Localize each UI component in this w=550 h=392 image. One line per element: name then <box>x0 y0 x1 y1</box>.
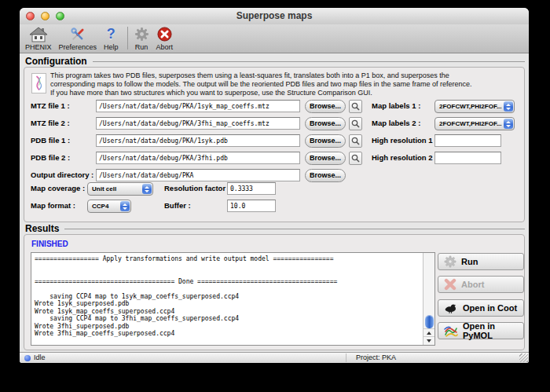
pdb-file-1-browse-button[interactable]: Browse... <box>305 134 346 148</box>
output-directory-label: Output directory : <box>31 169 94 181</box>
abort-button[interactable]: Abort <box>438 276 524 293</box>
magnifier-icon <box>351 137 360 145</box>
toolbar-help-button[interactable]: ? Help <box>104 26 119 51</box>
toolbar-abort-button[interactable]: Abort <box>156 26 174 51</box>
configuration-divider <box>93 61 525 62</box>
map-labels-2-select[interactable]: 2FOFCWT,PHI2FOF... <box>434 117 515 130</box>
help-question-icon: ? <box>107 26 116 42</box>
mtz-file-2-row: MTZ file 2 : Browse... Map labels 2 : 2F… <box>24 117 524 131</box>
map-labels-1-label: Map labels 1 : <box>372 100 420 112</box>
pdb-file-2-browse-button[interactable]: Browse... <box>305 152 346 165</box>
phenix-ribbon-icon <box>31 73 46 93</box>
console-scrollbar[interactable] <box>423 253 434 345</box>
mtz-file-2-label: MTZ file 2 : <box>31 117 70 130</box>
map-labels-1-select[interactable]: 2FOFCWT,PHI2FOF... <box>434 100 515 113</box>
pdb-file-2-input[interactable] <box>96 152 300 164</box>
statusbar-divider <box>346 354 346 362</box>
results-title: Results <box>25 223 59 234</box>
toolbar-run-label: Run <box>135 43 148 51</box>
pdb-file-1-row: PDB file 1 : Browse... High resolution 1… <box>24 134 524 148</box>
toolbar-preferences-button[interactable]: Preferences <box>59 26 97 51</box>
toolbar-run-button[interactable]: Run <box>134 26 149 51</box>
map-coverage-select[interactable]: Unit cell <box>87 182 153 196</box>
open-in-coot-button[interactable]: Open in Coot <box>438 299 524 317</box>
coot-bird-icon <box>444 303 458 313</box>
description-line-1: This program takes two PDB files, superp… <box>50 71 449 79</box>
high-resolution-2-input[interactable] <box>434 152 501 164</box>
mtz-file-1-browse-button[interactable]: Browse... <box>305 100 346 113</box>
configuration-heading: Configuration <box>25 56 525 67</box>
mtz-file-2-browse-button[interactable]: Browse... <box>305 117 346 130</box>
status-state: Idle <box>34 354 46 361</box>
window-title: Superpose maps <box>20 8 529 24</box>
run-button[interactable]: Run <box>438 253 524 270</box>
description-line-2: corresponding maps to follow the models.… <box>50 80 472 88</box>
scrollbar-thumb[interactable] <box>425 315 434 328</box>
scroll-down-button[interactable] <box>424 336 434 345</box>
pdb-file-1-inspect-button[interactable] <box>349 134 362 148</box>
status-indicator-icon <box>24 355 31 361</box>
main-content: Configuration This program takes two PDB… <box>20 53 529 352</box>
pdb-file-2-label: PDB file 2 : <box>31 152 70 164</box>
abort-button-label: Abort <box>461 280 484 289</box>
toolbar-preferences-label: Preferences <box>59 43 97 51</box>
phenix-home-icon <box>29 26 48 42</box>
map-format-row: Map format : CCP4 Buffer : <box>24 200 524 214</box>
desktop: { "window": { "title": "Superpose maps" … <box>0 0 550 392</box>
map-labels-2-value: 2FOFCWT,PHI2FOF... <box>439 120 502 127</box>
magnifier-icon <box>351 154 360 163</box>
open-in-pymol-label: Open in PyMOL <box>463 321 523 340</box>
toolbar-separator <box>127 27 128 49</box>
mtz-file-2-inspect-button[interactable] <box>349 117 362 130</box>
results-panel: FINISHED ================= Apply transfo… <box>24 234 525 350</box>
titlebar[interactable]: Superpose maps <box>20 8 529 25</box>
toolbar-abort-label: Abort <box>156 43 174 51</box>
run-button-label: Run <box>461 257 478 266</box>
toolbar-phenix-label: PHENIX <box>25 43 52 51</box>
mtz-file-1-input[interactable] <box>96 100 300 112</box>
run-gear-icon <box>134 26 149 42</box>
open-in-pymol-button[interactable]: Open in PyMOL <box>438 322 524 339</box>
run-gear-icon <box>444 255 456 268</box>
configuration-panel: This program takes two PDB files, superp… <box>24 67 525 222</box>
statusbar: Idle Project: PKA <box>20 352 529 363</box>
open-in-coot-label: Open in Coot <box>463 303 517 313</box>
toolbar-help-label: Help <box>104 43 119 51</box>
buffer-input[interactable] <box>227 200 276 212</box>
resize-grip[interactable] <box>519 354 528 362</box>
zoom-button[interactable] <box>56 12 64 20</box>
minimize-button[interactable] <box>41 12 50 20</box>
resolution-factor-input[interactable] <box>227 182 276 195</box>
pdb-file-2-inspect-button[interactable] <box>349 152 362 165</box>
stepper-icon <box>142 184 152 194</box>
mtz-file-1-inspect-button[interactable] <box>349 100 362 113</box>
abort-x-icon <box>444 278 456 291</box>
map-labels-1-value: 2FOFCWT,PHI2FOF... <box>439 103 502 110</box>
arrow-down-icon <box>427 339 431 343</box>
arrow-up-icon <box>427 332 431 335</box>
buffer-label: Buffer : <box>164 200 191 212</box>
pdb-file-1-label: PDB file 1 : <box>31 134 70 147</box>
mtz-file-2-input[interactable] <box>96 117 300 130</box>
project-label: Project: PKA <box>356 354 396 361</box>
pdb-file-2-row: PDB file 2 : Browse... High resolution 2… <box>24 152 524 166</box>
close-button[interactable] <box>26 12 35 20</box>
map-labels-2-label: Map labels 2 : <box>372 117 420 130</box>
toolbar-phenix-button[interactable]: PHENIX <box>25 26 52 51</box>
output-directory-row: Output directory : Browse... <box>24 169 524 183</box>
pymol-ribbon-icon <box>444 325 458 337</box>
preferences-tools-icon <box>69 26 86 42</box>
status-badge: FINISHED <box>31 240 68 248</box>
magnifier-icon <box>351 119 360 128</box>
toolbar: PHENIX Preferences ? Help <box>20 24 529 53</box>
pdb-file-1-input[interactable] <box>96 134 300 147</box>
magnifier-icon <box>351 102 360 111</box>
high-resolution-1-input[interactable] <box>434 134 501 147</box>
console-output[interactable]: ================= Apply transformations … <box>31 252 435 346</box>
output-directory-browse-button[interactable]: Browse... <box>305 169 346 182</box>
map-format-select[interactable]: CCP4 <box>87 200 131 213</box>
high-resolution-2-label: High resolution 2 : <box>372 152 437 164</box>
output-directory-input[interactable] <box>96 169 300 181</box>
description-line-3: If you have more than two structures whi… <box>50 89 372 97</box>
results-heading: Results <box>25 223 525 234</box>
